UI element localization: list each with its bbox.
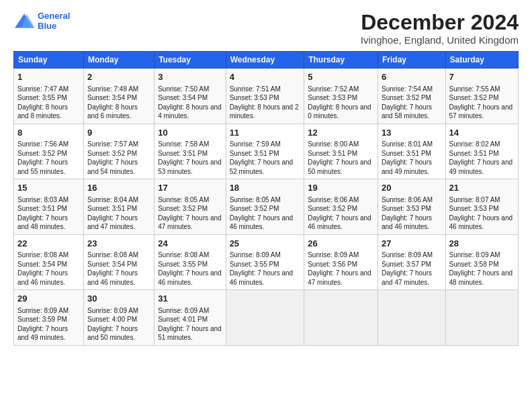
day-number: 4 [230,71,301,83]
sunset: Sunset: 3:54 PM [17,261,67,268]
sunrise: Sunrise: 8:09 AM [382,251,433,259]
calendar-cell [445,290,518,346]
calendar-cell: 7Sunrise: 7:55 AMSunset: 3:52 PMDaylight… [445,68,518,124]
calendar-cell: 22Sunrise: 8:08 AMSunset: 3:54 PMDayligh… [14,234,84,290]
col-wednesday: Wednesday [226,52,304,68]
calendar-cell: 13Sunrise: 8:01 AMSunset: 3:51 PMDayligh… [378,124,445,179]
day-number: 12 [308,127,374,139]
calendar-cell: 6Sunrise: 7:54 AMSunset: 3:52 PMDaylight… [378,68,445,124]
daylight-label: Daylight: 8 hours and 0 minutes. [308,103,371,120]
sunset: Sunset: 3:53 PM [382,205,431,212]
sunrise: Sunrise: 7:51 AM [230,85,281,93]
sunrise: Sunrise: 8:03 AM [17,196,69,203]
daylight-label: Daylight: 7 hours and 57 minutes. [449,103,513,120]
sunset: Sunset: 3:51 PM [382,150,431,157]
daylight-label: Daylight: 8 hours and 4 minutes. [158,103,222,120]
daylight-label: Daylight: 7 hours and 46 minutes. [87,269,138,286]
sunset: Sunset: 3:52 PM [449,94,499,101]
day-number: 16 [87,182,150,194]
calendar-cell: 2Sunrise: 7:48 AMSunset: 3:54 PMDaylight… [84,68,154,124]
calendar-cell: 25Sunrise: 8:09 AMSunset: 3:55 PMDayligh… [226,234,304,290]
sunset: Sunset: 3:59 PM [17,316,67,323]
col-saturday: Saturday [445,52,518,68]
sunrise: Sunrise: 8:09 AM [87,307,138,314]
calendar-cell [304,290,378,346]
sunset: Sunset: 3:52 PM [382,94,431,101]
daylight-label: Daylight: 7 hours and 50 minutes. [308,158,371,175]
day-number: 2 [87,71,150,83]
sunrise: Sunrise: 8:02 AM [449,140,500,148]
daylight-label: Daylight: 7 hours and 51 minutes. [158,325,222,342]
daylight-label: Daylight: 7 hours and 47 minutes. [382,269,432,286]
calendar-cell: 28Sunrise: 8:09 AMSunset: 3:58 PMDayligh… [445,234,518,290]
sunset: Sunset: 3:56 PM [308,261,357,268]
sunrise: Sunrise: 8:05 AM [230,196,281,203]
calendar-cell: 18Sunrise: 8:05 AMSunset: 3:52 PMDayligh… [226,179,304,235]
sunrise: Sunrise: 8:09 AM [17,307,69,314]
header-row: Sunday Monday Tuesday Wednesday Thursday… [14,52,519,68]
week-row-1: 1Sunrise: 7:47 AMSunset: 3:55 PMDaylight… [14,68,519,124]
month-title: December 2024 [361,11,519,34]
calendar-cell: 16Sunrise: 8:04 AMSunset: 3:51 PMDayligh… [84,179,154,235]
sunrise: Sunrise: 8:00 AM [308,140,359,148]
calendar-cell [226,290,304,346]
day-number: 19 [308,182,374,194]
daylight-label: Daylight: 7 hours and 46 minutes. [17,269,68,286]
day-number: 27 [382,238,442,250]
col-thursday: Thursday [304,52,378,68]
daylight-label: Daylight: 7 hours and 55 minutes. [17,158,68,175]
sunset: Sunset: 3:55 PM [230,261,279,268]
day-number: 30 [87,293,150,305]
calendar-cell: 1Sunrise: 7:47 AMSunset: 3:55 PMDaylight… [14,68,84,124]
daylight-label: Daylight: 7 hours and 46 minutes. [158,269,222,286]
sunset: Sunset: 3:53 PM [230,94,279,101]
day-number: 10 [158,127,222,139]
calendar-table: Sunday Monday Tuesday Wednesday Thursday… [13,51,519,346]
daylight-label: Daylight: 7 hours and 53 minutes. [158,158,222,175]
calendar-cell: 24Sunrise: 8:08 AMSunset: 3:55 PMDayligh… [154,234,226,290]
day-number: 14 [449,127,515,139]
sunrise: Sunrise: 8:08 AM [158,251,209,259]
sunrise: Sunrise: 8:05 AM [158,196,209,203]
calendar-cell: 14Sunrise: 8:02 AMSunset: 3:51 PMDayligh… [445,124,518,179]
daylight-label: Daylight: 8 hours and 6 minutes. [87,103,138,120]
sunrise: Sunrise: 7:56 AM [17,140,69,148]
daylight-label: Daylight: 7 hours and 46 minutes. [449,214,513,231]
daylight-label: Daylight: 7 hours and 58 minutes. [382,103,432,120]
logo-text: General Blue [38,11,70,31]
sunset: Sunset: 3:51 PM [449,150,499,157]
daylight-label: Daylight: 8 hours and 2 minutes. [230,103,299,120]
sunset: Sunset: 3:52 PM [17,150,67,157]
day-number: 25 [230,238,301,250]
day-number: 29 [17,293,80,305]
calendar-cell: 17Sunrise: 8:05 AMSunset: 3:52 PMDayligh… [154,179,226,235]
daylight-label: Daylight: 7 hours and 46 minutes. [230,269,294,286]
sunset: Sunset: 3:58 PM [449,261,499,268]
daylight-label: Daylight: 7 hours and 54 minutes. [87,158,138,175]
sunset: Sunset: 3:52 PM [87,150,137,157]
sunset: Sunset: 3:51 PM [17,205,67,212]
col-tuesday: Tuesday [154,52,226,68]
day-number: 23 [87,238,150,250]
daylight-label: Daylight: 8 hours and 8 minutes. [17,103,68,120]
calendar-cell: 29Sunrise: 8:09 AMSunset: 3:59 PMDayligh… [14,290,84,346]
day-number: 18 [230,182,301,194]
sunset: Sunset: 3:51 PM [158,150,208,157]
title-area: December 2024 Ivinghoe, England, United … [361,11,519,46]
sunset: Sunset: 3:54 PM [158,94,208,101]
sunset: Sunset: 3:52 PM [308,205,357,212]
sunset: Sunset: 3:54 PM [87,261,137,268]
sunset: Sunset: 3:54 PM [87,94,137,101]
calendar-cell: 19Sunrise: 8:06 AMSunset: 3:52 PMDayligh… [304,179,378,235]
sunrise: Sunrise: 8:01 AM [382,140,433,148]
sunrise: Sunrise: 7:59 AM [230,140,281,148]
sunset: Sunset: 3:51 PM [308,150,357,157]
calendar-cell: 21Sunrise: 8:07 AMSunset: 3:53 PMDayligh… [445,179,518,235]
location-title: Ivinghoe, England, United Kingdom [361,34,519,46]
calendar-cell: 23Sunrise: 8:08 AMSunset: 3:54 PMDayligh… [84,234,154,290]
calendar-cell: 10Sunrise: 7:58 AMSunset: 3:51 PMDayligh… [154,124,226,179]
daylight-label: Daylight: 7 hours and 47 minutes. [308,269,371,286]
daylight-label: Daylight: 7 hours and 50 minutes. [87,325,138,342]
daylight-label: Daylight: 7 hours and 46 minutes. [308,214,371,231]
daylight-label: Daylight: 7 hours and 48 minutes. [449,269,513,286]
